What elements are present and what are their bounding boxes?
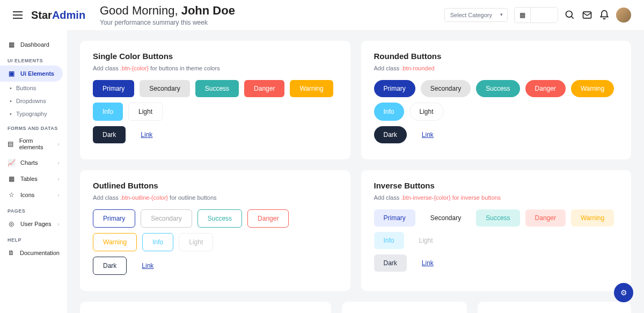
card-sub: Add class .btn-rounded — [374, 65, 619, 71]
card-title: Rounded Buttons — [374, 52, 619, 61]
nav-dropdowns[interactable]: Dropdowns — [0, 94, 67, 107]
danger-button[interactable]: Danger — [247, 209, 289, 228]
card-sub: Add class .btn-inverse-{color} for inver… — [374, 194, 619, 201]
danger-button[interactable]: Danger — [525, 209, 566, 227]
dark-button[interactable]: Dark — [93, 257, 127, 275]
light-button[interactable]: Light — [409, 103, 444, 121]
card-title: Single Color Buttons — [93, 52, 338, 61]
card-inverse: Inverse Buttons Add class .btn-inverse-{… — [361, 170, 632, 291]
avatar[interactable] — [616, 8, 631, 23]
link-button[interactable]: Link — [412, 126, 443, 143]
success-button[interactable]: Success — [476, 209, 519, 227]
link-button[interactable]: Link — [132, 257, 163, 275]
warning-button[interactable]: Warning — [571, 209, 614, 227]
card-outlined: Outlined Buttons Add class .btn-outline-… — [80, 170, 350, 291]
calendar-icon: ▦ — [515, 8, 531, 23]
date-field[interactable] — [531, 8, 558, 23]
secondary-button[interactable]: Secondary — [421, 80, 471, 97]
light-button[interactable]: Light — [128, 103, 163, 121]
greeting-sub: Your performance summary this week — [100, 19, 235, 26]
nav-typography[interactable]: Typography — [0, 107, 67, 120]
card-rounded: Rounded Buttons Add class .btn-rounded P… — [361, 41, 632, 159]
card-sub: Add class .btn-{color} for buttons in th… — [93, 65, 338, 71]
danger-button[interactable]: Danger — [525, 80, 566, 97]
dark-button[interactable]: Dark — [93, 126, 126, 143]
warning-button[interactable]: Warning — [571, 80, 614, 97]
card-block-buttons: Block Buttons Add class .btn-block Block… — [478, 302, 631, 313]
dark-button[interactable]: Dark — [374, 254, 407, 272]
card-icon-buttons: Icon Buttons Add class .btn-icon for but… — [80, 302, 331, 313]
nav-documentation[interactable]: 🗎Documentation — [0, 245, 67, 261]
greeting: Good Morning, John Doe Your performance … — [100, 4, 235, 26]
nav-user-pages[interactable]: ◎User Pages — [0, 216, 67, 232]
card-button-size: Button Size Use class .btn-{size} btn-lg… — [342, 302, 467, 313]
primary-button[interactable]: Primary — [374, 209, 415, 227]
star-icon: ☆ — [8, 191, 15, 199]
chart-icon: 📈 — [8, 159, 15, 166]
form-icon: ▤ — [8, 140, 14, 148]
date-input[interactable]: ▦ — [514, 7, 558, 23]
nav-section-forms: FORMS AND DATAS — [0, 120, 67, 133]
secondary-button[interactable]: Secondary — [421, 209, 471, 227]
menu-toggle[interactable] — [13, 11, 23, 19]
secondary-button[interactable]: Secondary — [140, 80, 189, 97]
link-button[interactable]: Link — [131, 126, 162, 143]
nav-charts[interactable]: 📈Charts — [0, 155, 67, 171]
nav-buttons[interactable]: Buttons — [0, 82, 67, 94]
info-button[interactable]: Info — [93, 103, 123, 121]
nav-section-help: HELP — [0, 232, 67, 245]
nav-ui-elements[interactable]: ▣Ui Elements — [0, 65, 63, 82]
warning-button[interactable]: Warning — [290, 80, 333, 97]
brand-logo[interactable]: StarAdmin — [31, 9, 85, 21]
greeting-title: Good Morning, John Doe — [100, 4, 235, 18]
mail-icon[interactable] — [582, 10, 592, 20]
sidebar: ▦Dashboard UI ELEMENTS ▣Ui Elements Butt… — [0, 30, 67, 313]
gear-icon: ⚙ — [620, 288, 627, 297]
dark-button[interactable]: Dark — [374, 126, 407, 143]
user-icon: ◎ — [8, 220, 15, 228]
info-button[interactable]: Info — [374, 232, 404, 249]
svg-point-0 — [566, 11, 573, 18]
settings-fab[interactable]: ⚙ — [614, 283, 633, 302]
nav-dashboard[interactable]: ▦Dashboard — [0, 37, 67, 53]
success-button[interactable]: Success — [195, 80, 239, 97]
card-title: Inverse Buttons — [374, 181, 619, 190]
grid-icon: ▦ — [8, 41, 15, 48]
info-button[interactable]: Info — [374, 103, 404, 121]
bell-icon[interactable] — [599, 10, 610, 20]
primary-button[interactable]: Primary — [374, 80, 415, 97]
info-button[interactable]: Info — [142, 233, 173, 251]
doc-icon: 🗎 — [8, 249, 14, 257]
search-icon[interactable] — [565, 10, 575, 20]
card-single-color: Single Color Buttons Add class .btn-{col… — [80, 41, 350, 159]
warning-button[interactable]: Warning — [93, 233, 137, 251]
nav-form-elements[interactable]: ▤Form elements — [0, 133, 67, 155]
nav-section-ui: UI ELEMENTS — [0, 53, 67, 65]
svg-line-1 — [572, 17, 574, 19]
nav-tables[interactable]: ▦Tables — [0, 171, 67, 187]
card-title: Outlined Buttons — [93, 181, 338, 190]
card-sub: Add class .btn-outline-{color} for outli… — [93, 194, 338, 201]
light-button[interactable]: Light — [179, 233, 213, 251]
topbar: StarAdmin Good Morning, John Doe Your pe… — [0, 0, 644, 30]
danger-button[interactable]: Danger — [244, 80, 284, 97]
nav-icons[interactable]: ☆Icons — [0, 187, 67, 203]
secondary-button[interactable]: Secondary — [141, 209, 192, 228]
light-button[interactable]: Light — [409, 232, 443, 249]
success-button[interactable]: Success — [476, 80, 519, 97]
layers-icon: ▣ — [8, 70, 15, 77]
main-content: Single Color Buttons Add class .btn-{col… — [67, 30, 644, 313]
table-icon: ▦ — [8, 175, 15, 183]
category-select[interactable]: Select Category — [444, 8, 508, 22]
link-button[interactable]: Link — [412, 254, 443, 272]
primary-button[interactable]: Primary — [93, 80, 134, 97]
success-button[interactable]: Success — [197, 209, 242, 228]
primary-button[interactable]: Primary — [93, 209, 135, 228]
nav-section-pages: PAGES — [0, 203, 67, 216]
